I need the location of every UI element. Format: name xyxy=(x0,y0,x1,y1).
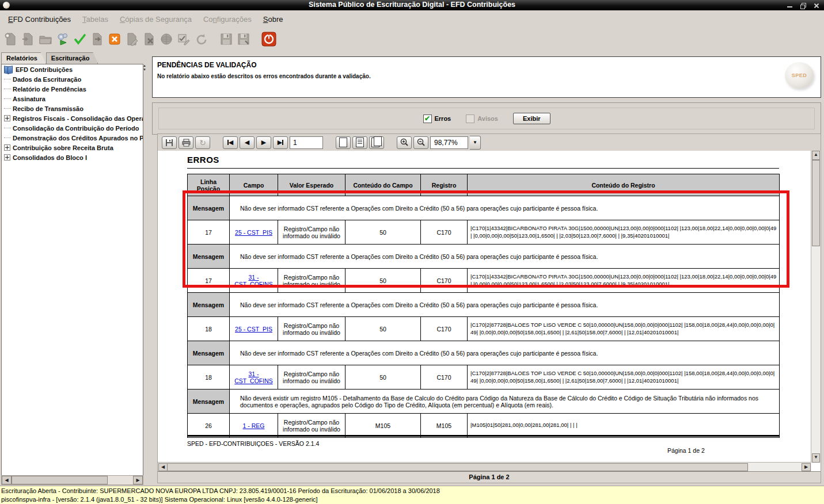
column-header: Conteúdo do Registro xyxy=(468,174,780,196)
tree-connector xyxy=(4,98,11,99)
campo-link[interactable]: 31 - CST_COFINS xyxy=(234,371,273,384)
scroll-right-icon[interactable]: ▶ xyxy=(802,463,811,471)
zoom-out-icon xyxy=(417,138,426,147)
tab-escrituracao[interactable]: Escrituração xyxy=(46,52,98,64)
previous-page-button[interactable]: ◀ xyxy=(240,136,255,149)
tree-scrollbar[interactable]: ▲ ▼ xyxy=(143,64,146,98)
viewer-toolbar: ↻ ◀ ◀ ▶ ▶ 1 98,77% ▼ xyxy=(158,134,821,151)
delete-document-icon[interactable] xyxy=(141,30,158,48)
campo-link[interactable]: 25 - CST_PIS xyxy=(235,326,272,333)
avisos-checkbox[interactable]: Avisos xyxy=(466,114,498,123)
tree-item-consolida-o-da-contribui-o-do-per-odo[interactable]: Consolidação da Contribuição do Período xyxy=(2,123,143,133)
registro-cell: C170 xyxy=(421,269,468,293)
minimize-icon[interactable] xyxy=(787,2,793,9)
page-layout-view-button[interactable] xyxy=(352,136,367,149)
error-detail-row: 1725 - CST_PISRegistro/Campo não informa… xyxy=(188,220,780,245)
open-folder-icon[interactable] xyxy=(37,30,54,48)
menu-item-efd-contribui-es[interactable]: EFD Contribuições xyxy=(2,13,77,26)
edit-document-icon[interactable] xyxy=(123,30,141,48)
status-line-escrituracao: Escrituração Aberta - Contribuinte: SUPE… xyxy=(1,487,823,494)
tree-item-assinatura[interactable]: Assinatura xyxy=(2,94,143,104)
page-text-icon xyxy=(356,138,364,147)
campo-link[interactable]: 31 - CST_COFINS xyxy=(234,274,273,288)
tree-item-contribui-o-sobre-receita-bruta[interactable]: Contribuição sobre Receita Bruta xyxy=(2,143,143,152)
tree-item-dados-da-escritura-o[interactable]: Dados da Escrituração xyxy=(2,74,143,84)
tree-item-label: Consolidados do Bloco I xyxy=(13,154,87,161)
zoom-out-button[interactable] xyxy=(413,136,428,149)
checkbox-checked-icon[interactable]: ✔ xyxy=(423,114,432,123)
expand-plus-icon[interactable] xyxy=(4,144,10,151)
tree-item-consolidados-do-bloco-i[interactable]: Consolidados do Bloco I xyxy=(2,152,143,162)
print-button[interactable] xyxy=(179,136,193,149)
scroll-down-icon[interactable]: ▼ xyxy=(812,453,820,463)
exibir-button[interactable]: Exibir xyxy=(513,113,550,124)
zoom-level-field[interactable]: 98,77% xyxy=(430,136,468,149)
save-as-icon[interactable] xyxy=(235,30,252,48)
next-page-button[interactable]: ▶ xyxy=(256,136,271,149)
scroll-up-icon[interactable]: ▲ xyxy=(143,64,146,67)
expand-plus-icon[interactable] xyxy=(4,154,10,161)
export-document-icon[interactable] xyxy=(89,30,106,48)
zoom-dropdown-button[interactable]: ▼ xyxy=(470,136,481,150)
column-header: Registro xyxy=(421,174,468,196)
page-number-input[interactable]: 1 xyxy=(290,136,323,149)
checkbox-unchecked-icon[interactable] xyxy=(466,114,474,123)
single-page-view-button[interactable] xyxy=(336,136,351,149)
tab-relatorios[interactable]: Relatórios xyxy=(1,52,46,64)
column-header: Linha Posição xyxy=(188,174,230,196)
message-label-cell: Mensagem xyxy=(188,341,230,365)
transmit-globe-icon[interactable] xyxy=(158,30,175,48)
message-label-cell: Mensagem xyxy=(188,390,230,414)
campo-link[interactable]: 1 - REG xyxy=(243,422,265,429)
status-line-version: piscofinspva-infra - [versão: 2.1.4 (jav… xyxy=(1,496,823,503)
first-page-button[interactable]: ◀ xyxy=(223,136,238,149)
conteudo-campo-cell: 50 xyxy=(345,365,421,390)
menu-item-configura-es[interactable]: Configurações xyxy=(198,13,257,26)
erros-checkbox[interactable]: ✔ Erros xyxy=(423,114,451,123)
sidebar-tabs: Relatórios Escrituração xyxy=(1,52,146,64)
toolbar xyxy=(0,28,824,52)
scroll-left-icon[interactable]: ◀ xyxy=(158,463,168,471)
sync-icon[interactable] xyxy=(192,30,210,48)
menu-item-c-pias-de-seguran-a[interactable]: Cópias de Segurança xyxy=(114,13,198,26)
hscroll-thumb[interactable] xyxy=(167,463,748,471)
page-subtitle: No relatório abaixo estão descritos os e… xyxy=(157,73,371,79)
message-row: MensagemNão deve ser informado CST refer… xyxy=(188,341,780,365)
scroll-down-icon[interactable]: ▼ xyxy=(143,68,146,71)
menu-item-tabelas[interactable]: Tabelas xyxy=(77,13,114,26)
tree-item-efd-contribui-es[interactable]: EFD Contribuições xyxy=(2,64,143,74)
double-page-icon xyxy=(371,138,379,147)
tree-connector xyxy=(4,138,11,138)
tree-item-demonstra-o-dos-cr-ditos-apurados-no-per-odo[interactable]: Demonstração dos Créditos Apurados no Pe… xyxy=(2,133,143,143)
close-icon[interactable] xyxy=(813,2,819,9)
conteudo-campo-cell: 50 xyxy=(345,317,421,341)
double-page-view-button[interactable] xyxy=(369,136,384,149)
expand-plus-icon[interactable] xyxy=(4,115,10,121)
refresh-button[interactable]: ↻ xyxy=(195,136,210,149)
check-validation-icon[interactable] xyxy=(71,30,89,48)
menu-item-sobre[interactable]: Sobre xyxy=(257,13,289,26)
tree-item-relat-rio-de-pend-ncias[interactable]: Relatório de Pendências xyxy=(2,84,143,94)
last-page-button[interactable]: ▶ xyxy=(273,136,288,149)
tree-item-recibo-de-transmiss-o[interactable]: Recibo de Transmissão xyxy=(2,104,143,113)
import-document-icon[interactable] xyxy=(20,30,37,48)
scroll-up-icon[interactable]: ▲ xyxy=(812,151,820,160)
restore-icon[interactable] xyxy=(800,2,806,9)
scroll-left-icon[interactable]: ◀ xyxy=(2,476,12,484)
campo-link[interactable]: 25 - CST_PIS xyxy=(235,229,272,236)
valor-esperado-cell: Registro/Campo não informado ou inválido xyxy=(278,365,345,390)
scroll-right-icon[interactable]: ▶ xyxy=(133,476,143,484)
sidebar: Relatórios Escrituração EFD Contribuiçõe… xyxy=(1,52,146,485)
tree-item-registros-fiscais-consolida-o-das-opera-es[interactable]: Registros Fiscais - Consolidação das Ope… xyxy=(2,113,143,123)
sign-task-icon[interactable] xyxy=(175,30,192,48)
save-icon[interactable] xyxy=(218,30,235,48)
exit-power-icon[interactable] xyxy=(260,30,278,48)
new-document-icon[interactable] xyxy=(2,30,20,48)
cancel-icon[interactable] xyxy=(106,30,123,48)
hscroll-thumb[interactable] xyxy=(12,476,108,484)
zoom-in-button[interactable] xyxy=(397,136,412,149)
validate-process-icon[interactable] xyxy=(54,30,71,48)
conteudo-registro-cell: |C170|2|87728|BALOES TOP LISO VERDE C 50… xyxy=(468,317,780,341)
vscroll-thumb[interactable] xyxy=(812,160,820,246)
save-report-button[interactable] xyxy=(162,136,177,149)
